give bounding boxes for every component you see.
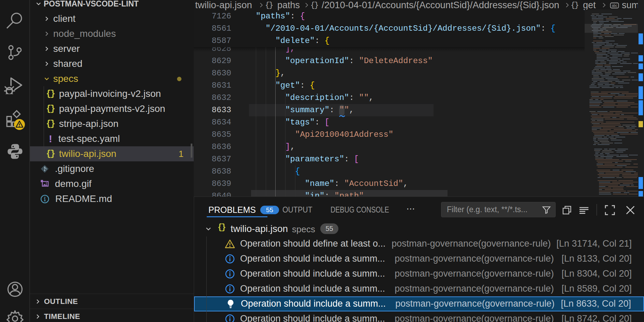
- svg-text:abc: abc: [612, 4, 617, 8]
